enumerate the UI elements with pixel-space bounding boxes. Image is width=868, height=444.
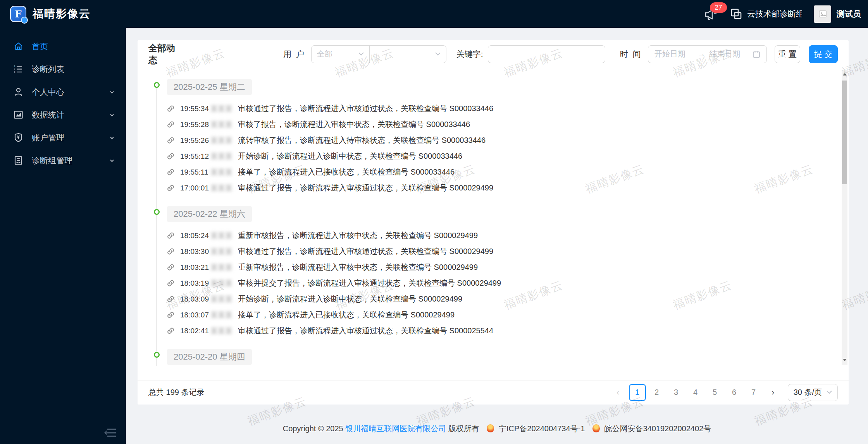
link-icon[interactable] [167, 295, 174, 303]
activity-entry: 18:03:30某某某审核通过了报告，诊断流程进入审核通过状态，关联检查编号 S… [167, 243, 833, 259]
app-logo-icon: F [10, 6, 26, 22]
topbar: 27 云技术部诊断组 测试员 [126, 0, 868, 28]
rights-text: 版权所有 [448, 424, 479, 433]
link-icon[interactable] [167, 264, 174, 271]
entry-user: 某某某 [210, 167, 232, 177]
reset-button[interactable]: 重 置 [775, 45, 800, 63]
page-button-1[interactable]: 1 [629, 384, 646, 401]
link-icon[interactable] [167, 168, 174, 176]
entry-text: 接单了，诊断流程进入已接收状态，关联检查编号 S000033446 [238, 167, 455, 177]
activity-entry: 18:02:41某某某审核通过了报告，诊断流程进入审核通过状态，关联检查编号 S… [167, 323, 833, 339]
sidebar-item-4[interactable]: 账户管理 [0, 126, 126, 149]
link-icon[interactable] [167, 327, 174, 334]
user-name-select[interactable] [370, 46, 446, 63]
app-title: 福晴影像云 [33, 7, 91, 21]
entry-user: 某某某 [210, 120, 232, 130]
page-title: 全部动态 [148, 42, 179, 66]
link-icon[interactable] [167, 248, 174, 255]
entry-time: 18:03:07 [180, 311, 210, 319]
scroll-down-arrow[interactable] [842, 356, 847, 364]
entry-user: 某某某 [210, 310, 232, 320]
page-button-2[interactable]: 2 [648, 384, 665, 401]
user-type-select-value: 全部 [317, 49, 332, 59]
chevron-down-icon [109, 89, 115, 95]
sidebar-item-label: 个人中心 [32, 87, 64, 98]
activity-entry: 18:05:24某某某重新审核报告，诊断流程进入审核中状态，关联检查编号 S00… [167, 228, 833, 243]
chevron-down-icon [109, 112, 115, 118]
sidebar-item-1[interactable]: 123诊断列表 [0, 58, 126, 81]
link-icon[interactable] [167, 311, 174, 319]
page-size-select[interactable]: 30 条/页 [788, 384, 838, 401]
entry-time: 19:55:11 [180, 168, 210, 177]
link-icon[interactable] [167, 232, 174, 239]
keyword-label: 关键字: [456, 49, 483, 60]
chevron-down-icon [109, 135, 115, 141]
entry-time: 19:55:26 [180, 136, 210, 145]
entry-time: 18:03:19 [180, 279, 210, 288]
prev-page-button[interactable]: ‹ [610, 384, 627, 401]
sidebar-item-0[interactable]: 首页 [0, 35, 126, 58]
page-size-value: 30 条/页 [794, 387, 822, 398]
calendar-icon [753, 50, 760, 58]
ordered-list-icon: 123 [13, 64, 24, 74]
sidebar-item-5[interactable]: 诊断组管理 [0, 149, 126, 172]
timeline: 2025-02-25 星期二19:55:34某某某审核通过了报告，诊断流程进入审… [154, 79, 833, 366]
range-arrow: → [698, 50, 705, 58]
submit-button[interactable]: 提 交 [809, 45, 838, 63]
entry-user: 某某某 [210, 262, 232, 273]
sidebar-item-3[interactable]: 数据统计 [0, 103, 126, 126]
page-button-3[interactable]: 3 [668, 384, 685, 401]
chevron-down-icon [109, 158, 115, 164]
timeline-line [156, 358, 157, 366]
entry-user: 某某某 [210, 278, 232, 288]
menu-fold-icon[interactable] [104, 428, 116, 438]
link-icon[interactable] [167, 279, 174, 287]
link-icon[interactable] [167, 184, 174, 192]
username: 测试员 [837, 9, 861, 19]
page-button-4[interactable]: 4 [687, 384, 704, 401]
next-page-button[interactable]: › [765, 384, 782, 401]
sidebar-item-label: 诊断组管理 [32, 155, 72, 166]
feed-scrollbar[interactable] [842, 70, 847, 365]
entry-text: 重新审核报告，诊断流程进入审核中状态，关联检查编号 S000029499 [238, 262, 478, 273]
card-footer: 总共 199 条记录 ‹ 1234567 › 30 条/页 [138, 381, 849, 404]
entry-time: 18:03:30 [180, 247, 210, 256]
start-date-placeholder: 开始日期 [654, 49, 694, 59]
icp-number[interactable]: 宁ICP备2024004734号-1 [499, 424, 585, 433]
page-button-7[interactable]: 7 [745, 384, 762, 401]
user-select-group: 全部 [311, 45, 446, 63]
user-type-select[interactable]: 全部 [312, 46, 370, 63]
entry-user: 某某某 [210, 183, 232, 193]
activity-entry: 17:00:01某某某审核通过了报告，诊断流程进入审核通过状态，关联检查编号 S… [167, 180, 833, 196]
user-menu[interactable]: 测试员 [814, 5, 861, 23]
link-icon[interactable] [167, 121, 174, 128]
police-badge-icon [592, 424, 600, 432]
date-range-picker[interactable]: 开始日期 → 结束日期 [648, 45, 767, 63]
announcement-bell[interactable]: 27 [703, 6, 718, 22]
entry-user: 某某某 [210, 151, 232, 161]
chevron-down-icon [827, 391, 832, 394]
group-switch-icon [730, 8, 742, 20]
svg-text:1: 1 [14, 65, 16, 67]
app-logo: F 福晴影像云 [0, 0, 126, 28]
activity-entry: 19:55:26某某某流转审核了报告，诊断流程进入待审核状态，关联检查编号 S0… [167, 132, 833, 148]
chevron-down-icon [435, 52, 441, 56]
pagination: ‹ 1234567 › 30 条/页 [610, 384, 838, 401]
sidebar-item-2[interactable]: 个人中心 [0, 81, 126, 103]
link-icon[interactable] [167, 153, 174, 160]
link-icon[interactable] [167, 137, 174, 144]
notification-badge[interactable]: 27 [710, 2, 727, 13]
police-number[interactable]: 皖公网安备34019202002402号 [604, 424, 711, 433]
group-name: 云技术部诊断组 [747, 9, 802, 19]
scroll-up-arrow[interactable] [842, 70, 847, 78]
scrollbar-thumb[interactable] [842, 81, 847, 184]
entry-time: 19:55:12 [180, 152, 210, 161]
company-link[interactable]: 银川福晴互联网医院有限公司 [345, 424, 446, 433]
diagnosis-group-switcher[interactable]: 云技术部诊断组 [730, 8, 802, 20]
page-button-5[interactable]: 5 [706, 384, 723, 401]
page-button-6[interactable]: 6 [726, 384, 743, 401]
link-icon[interactable] [167, 105, 174, 112]
activity-entry: 19:55:34某某某审核通过了报告，诊断流程进入审核通过状态，关联检查编号 S… [167, 101, 833, 117]
activity-feed: 2025-02-25 星期二19:55:34某某某审核通过了报告，诊断流程进入审… [138, 68, 849, 366]
keyword-input[interactable] [488, 45, 606, 63]
